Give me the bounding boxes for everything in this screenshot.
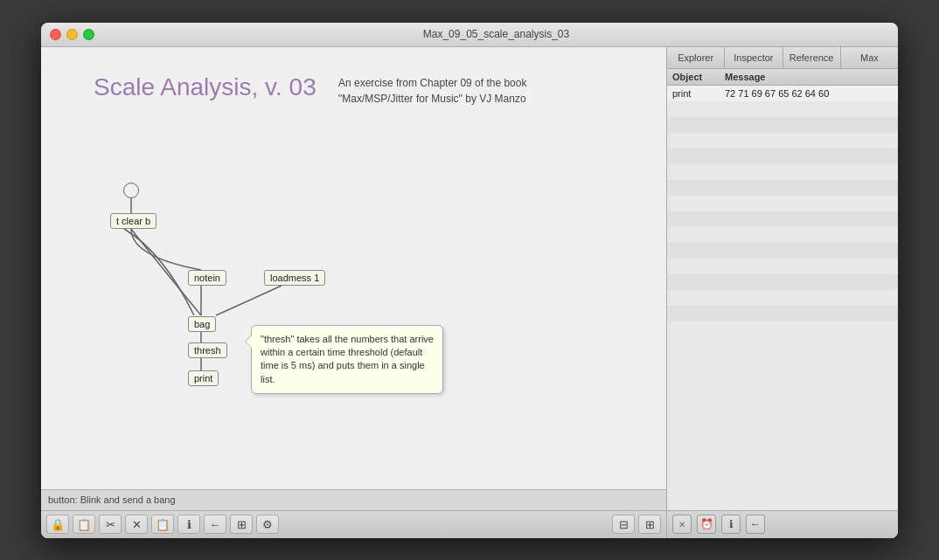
inspector-button[interactable]: 📋	[151, 515, 174, 534]
right-panel: Explorer Inspector Reference Max Object …	[666, 47, 898, 538]
console-row-9	[667, 227, 898, 243]
panel-tabs: Explorer Inspector Reference Max	[667, 47, 898, 69]
back-button[interactable]: ←	[204, 515, 226, 534]
main-content: Scale Analysis, v. 03 An exercise from C…	[41, 47, 898, 538]
tab-explorer[interactable]: Explorer	[667, 47, 725, 68]
minimize-button[interactable]	[66, 29, 78, 40]
console-row-3	[667, 133, 898, 149]
window-title: Max_09_05_scale_analysis_03	[103, 28, 889, 40]
panel-left-button[interactable]: ⊟	[612, 515, 635, 534]
delete-button[interactable]: ✕	[125, 515, 148, 534]
patch-area: Scale Analysis, v. 03 An exercise from C…	[41, 47, 666, 538]
thresh-node[interactable]: thresh	[188, 342, 227, 358]
panel-info-button[interactable]: ℹ	[721, 515, 741, 534]
console-row-6	[667, 180, 898, 196]
console-row-7	[667, 196, 898, 211]
tab-max[interactable]: Max	[841, 47, 898, 68]
panel-clock-button[interactable]: ⏰	[697, 515, 716, 534]
svg-line-1	[216, 286, 282, 315]
cut-button[interactable]: ✂	[99, 515, 122, 534]
console-row-8	[667, 211, 898, 227]
info-button[interactable]: ℹ	[177, 515, 200, 534]
console-row-2	[667, 117, 898, 133]
panel-close-button[interactable]: ✕	[672, 515, 692, 534]
panel-toolbar: ✕ ⏰ ℹ ←	[667, 510, 898, 538]
console-row-4	[667, 149, 898, 164]
panel-back-button[interactable]: ←	[746, 515, 765, 534]
console-row-1	[667, 101, 898, 117]
bag-node[interactable]: bag	[188, 316, 216, 332]
main-toolbar: 🔒 📋 ✂ ✕ 📋 ℹ ← ⊞ ⚙ ⊟ ⊞	[41, 510, 666, 538]
console-row-13	[667, 290, 898, 306]
panel-right-button[interactable]: ⊞	[638, 515, 661, 534]
console-row-5	[667, 164, 898, 180]
lock-button[interactable]: 🔒	[46, 515, 69, 534]
titlebar: Max_09_05_scale_analysis_03	[41, 23, 898, 47]
new-button[interactable]: 📋	[73, 515, 95, 534]
console-area: print 72 71 69 67 65 62 64 60	[667, 86, 898, 510]
console-obj-0: print	[672, 88, 725, 99]
grid-button[interactable]: ⊞	[230, 515, 253, 534]
patch-canvas[interactable]: Scale Analysis, v. 03 An exercise from C…	[41, 47, 666, 489]
print-node[interactable]: print	[188, 370, 219, 386]
patch-title: Scale Analysis, v. 03	[94, 73, 316, 101]
patch-subtitle: An exercise from Chapter 09 of the book …	[338, 75, 526, 107]
tab-inspector[interactable]: Inspector	[725, 47, 782, 68]
console-row-12	[667, 274, 898, 290]
t-clear-b-node[interactable]: t clear b	[110, 213, 156, 229]
traffic-lights	[50, 29, 94, 40]
console-row-0[interactable]: print 72 71 69 67 65 62 64 60	[667, 86, 898, 101]
console-row-14	[667, 306, 898, 321]
status-bar: button: Blink and send a bang	[41, 489, 666, 510]
notein-node[interactable]: notein	[188, 270, 226, 286]
console-row-11	[667, 259, 898, 274]
console-msg-0: 72 71 69 67 65 62 64 60	[725, 88, 893, 99]
loadmess-node[interactable]: loadmess 1	[264, 270, 325, 286]
button-node[interactable]	[123, 183, 139, 198]
tab-reference[interactable]: Reference	[783, 47, 841, 68]
col-object-header: Object	[672, 72, 725, 82]
console-row-10	[667, 243, 898, 259]
maximize-button[interactable]	[83, 29, 94, 40]
patch-wires	[41, 47, 666, 489]
console-header: Object Message	[667, 69, 898, 86]
tooltip-box: "thresh" takes all the numbers that arri…	[251, 325, 443, 395]
main-window: Max_09_05_scale_analysis_03 Scale Analys…	[41, 23, 898, 538]
col-message-header: Message	[725, 72, 893, 82]
close-button[interactable]	[50, 29, 61, 40]
settings-button[interactable]: ⚙	[256, 515, 279, 534]
